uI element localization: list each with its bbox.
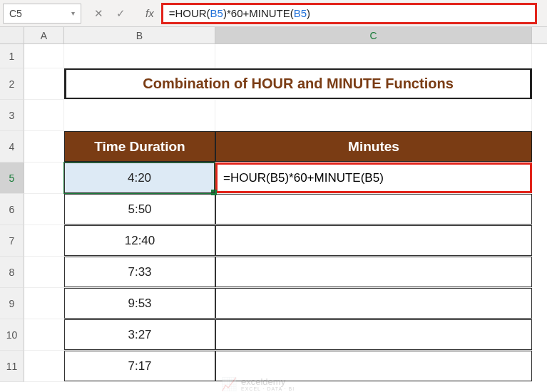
title-cell[interactable]: Combination of HOUR and MINUTE Functions — [64, 68, 532, 99]
cell-value: 7:33 — [128, 265, 151, 279]
cell-value: 3:27 — [128, 328, 151, 342]
grid-row — [24, 44, 532, 68]
cell[interactable] — [24, 225, 64, 256]
formula-part: ) — [307, 7, 310, 19]
cell[interactable] — [24, 163, 64, 193]
formula-bar-buttons: ✕ ✓ — [81, 7, 138, 20]
cell[interactable]: 7:17 — [64, 351, 215, 381]
cell-b5[interactable]: 4:20 — [64, 163, 215, 193]
cell[interactable] — [215, 225, 532, 256]
formula-ref: B5 — [210, 7, 223, 19]
header-time-duration[interactable]: Time Duration — [64, 131, 215, 162]
cell[interactable] — [215, 288, 532, 319]
cancel-icon[interactable]: ✕ — [94, 7, 103, 20]
cell[interactable] — [215, 44, 532, 68]
chart-icon: 📈 — [221, 376, 237, 392]
cell[interactable] — [215, 194, 532, 225]
formula-part: =HOUR( — [169, 7, 210, 19]
column-headers: A B C — [0, 27, 547, 44]
row-headers: 1 2 3 4 5 6 7 8 9 10 11 — [0, 44, 24, 382]
grid-row: 5:50 — [24, 194, 532, 225]
grid-row: 4:20 =HOUR(B5)*60+MINUTE(B5) — [24, 163, 532, 194]
row-header[interactable]: 10 — [0, 319, 24, 351]
col-header-A[interactable]: A — [24, 27, 64, 43]
cell[interactable] — [24, 68, 64, 99]
cell[interactable]: 3:27 — [64, 319, 215, 350]
row-header[interactable]: 2 — [0, 68, 24, 100]
header-label: Minutes — [348, 139, 399, 155]
page-title: Combination of HOUR and MINUTE Functions — [143, 76, 454, 92]
watermark-sub: EXCEL · DATA · BI — [241, 386, 295, 391]
watermark: 📈 exceldemy EXCEL · DATA · BI — [221, 376, 295, 392]
formula-ref: B5 — [294, 7, 307, 19]
header-minutes[interactable]: Minutes — [215, 131, 532, 162]
fx-icon[interactable]: fx — [138, 7, 161, 19]
row-header[interactable]: 1 — [0, 44, 24, 68]
cell-value: 12:40 — [125, 234, 155, 248]
cell[interactable] — [24, 100, 64, 130]
formula-input[interactable]: =HOUR(B5)*60+MINUTE(B5) — [161, 3, 537, 24]
grid-row — [24, 100, 532, 131]
formula-part: )*60+MINUTE( — [223, 7, 294, 19]
accept-icon[interactable]: ✓ — [116, 7, 126, 20]
cell[interactable] — [64, 44, 215, 68]
cell[interactable] — [24, 44, 64, 68]
name-box-value: C5 — [9, 8, 22, 19]
row-header[interactable]: 4 — [0, 131, 24, 163]
row-header[interactable]: 7 — [0, 225, 24, 257]
cells-area: Combination of HOUR and MINUTE Functions… — [24, 44, 532, 382]
cell[interactable] — [215, 319, 532, 350]
cell-value: 5:50 — [128, 202, 151, 217]
watermark-name: exceldemy — [241, 377, 295, 386]
row-header[interactable]: 3 — [0, 100, 24, 131]
row-header[interactable]: 11 — [0, 351, 24, 382]
row-header[interactable]: 8 — [0, 257, 24, 288]
col-header-B[interactable]: B — [64, 27, 215, 43]
cell[interactable] — [24, 257, 64, 287]
col-header-C[interactable]: C — [215, 27, 532, 43]
cell-value: 7:17 — [128, 359, 151, 373]
grid-row: 7:33 — [24, 257, 532, 288]
grid-row: Combination of HOUR and MINUTE Functions — [24, 68, 532, 100]
cell[interactable] — [24, 351, 64, 381]
cell-value: 9:53 — [128, 296, 151, 311]
row-header[interactable]: 6 — [0, 194, 24, 225]
cell[interactable] — [24, 288, 64, 319]
grid-row: 12:40 — [24, 225, 532, 257]
select-all-corner[interactable] — [0, 27, 24, 43]
cell[interactable]: 5:50 — [64, 194, 215, 225]
cell[interactable]: 7:33 — [64, 257, 215, 287]
cell[interactable] — [24, 131, 64, 162]
cell-value: 4:20 — [128, 171, 151, 185]
grid-row: 3:27 — [24, 319, 532, 351]
header-label: Time Duration — [94, 139, 185, 155]
row-header[interactable]: 9 — [0, 288, 24, 319]
name-box[interactable]: C5 ▾ — [3, 4, 81, 24]
grid-row: Time Duration Minutes — [24, 131, 532, 163]
spreadsheet-grid[interactable]: A B C 1 2 3 4 5 6 7 8 9 10 11 Combinatio… — [0, 27, 547, 392]
cell-formula-text: =HOUR(B5)*60+MINUTE(B5) — [223, 171, 384, 185]
formula-bar: C5 ▾ ✕ ✓ fx =HOUR(B5)*60+MINUTE(B5) — [0, 0, 547, 27]
cell[interactable] — [24, 319, 64, 350]
cell[interactable] — [24, 194, 64, 225]
cell[interactable] — [215, 257, 532, 287]
cell[interactable] — [64, 100, 215, 130]
cell[interactable]: 9:53 — [64, 288, 215, 319]
cell[interactable] — [215, 100, 532, 130]
grid-row: 9:53 — [24, 288, 532, 319]
chevron-down-icon[interactable]: ▾ — [71, 9, 75, 17]
cell[interactable]: 12:40 — [64, 225, 215, 256]
cell-c5-active[interactable]: =HOUR(B5)*60+MINUTE(B5) — [215, 163, 532, 193]
row-header[interactable]: 5 — [0, 163, 24, 194]
